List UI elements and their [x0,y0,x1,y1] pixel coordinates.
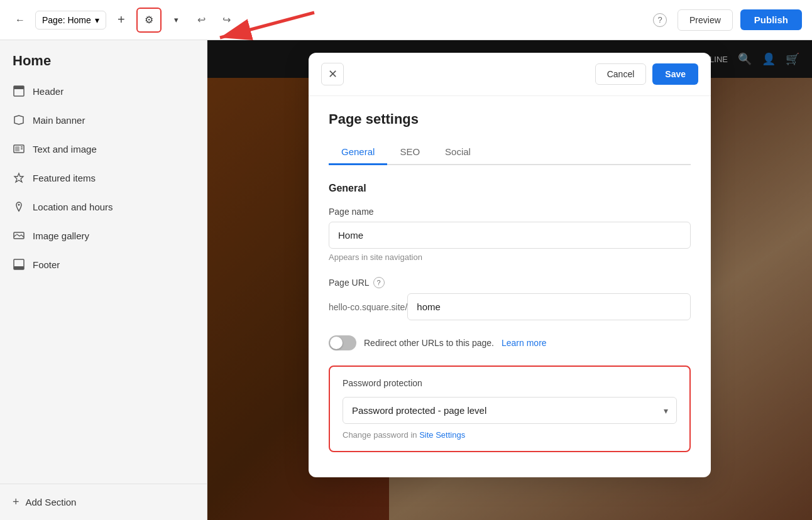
publish-button[interactable]: Publish [740,9,802,30]
page-dropdown-icon: ▾ [95,15,99,25]
svg-point-11 [16,234,17,236]
modal-title: Page settings [329,111,691,127]
back-icon: ← [15,14,25,26]
url-label-row: Page URL ? [329,277,691,288]
cancel-label: Cancel [607,69,635,79]
add-section-item[interactable]: + Add Section [0,484,207,520]
modal-header: ✕ Cancel Save [309,53,711,96]
url-input-row: hello-co.square.site/ [329,293,691,320]
featured-items-icon [13,172,25,183]
password-dropdown[interactable]: Password protected - page level [343,397,677,424]
modal-body: Page settings General SEO Social [309,96,711,477]
modal-close-button[interactable]: ✕ [321,63,344,85]
general-section-title: General [329,183,691,194]
url-input[interactable] [407,293,691,320]
tab-general-label: General [341,146,375,157]
sidebar-item-location-and-hours-label: Location and hours [33,202,113,212]
text-image-icon [13,143,25,154]
url-help-button[interactable]: ? [373,277,385,288]
main-layout: Home Header Main banner Text and image F… [0,40,812,520]
sidebar-item-text-and-image[interactable]: Text and image [0,134,207,163]
password-hint-text: Change password in [343,430,417,440]
password-protection-box: Password protection Password protected -… [329,366,691,452]
site-settings-link[interactable]: Site Settings [419,430,465,440]
page-name-input[interactable] [329,222,691,249]
svg-rect-3 [14,86,24,89]
svg-rect-5 [15,146,19,151]
close-icon: ✕ [328,67,337,81]
sidebar-item-featured-items-label: Featured items [33,173,96,183]
preview-button[interactable]: Preview [678,9,733,31]
sidebar: Home Header Main banner Text and image F… [0,40,207,520]
password-select-wrapper: Password protected - page level ▾ [343,397,677,424]
modal-actions: Cancel Save [595,63,698,85]
help-icon: ? [653,13,667,27]
footer-icon [13,259,25,270]
toolbar: ← Page: Home ▾ + ⚙ ▾ ↩ ↪ ? Preview Publi… [0,0,812,40]
add-section-plus-icon: + [13,496,19,509]
settings-dropdown-button[interactable]: ▾ [167,10,187,30]
settings-button[interactable]: ⚙ [136,8,162,33]
tab-social-label: Social [445,146,471,157]
url-prefix: hello-co.square.site/ [329,302,407,312]
redo-button[interactable]: ↪ [217,10,237,30]
password-protection-title: Password protection [343,378,677,388]
preview-label: Preview [689,15,721,25]
password-hint: Change password in Site Settings [343,430,677,440]
redirect-toggle-row: Redirect other URLs to this page. Learn … [329,335,691,350]
main-banner-icon [13,114,25,126]
add-section-button[interactable]: + [111,10,131,30]
page-name-hint: Appears in site navigation [329,252,691,262]
tab-seo[interactable]: SEO [387,140,432,165]
redo-icon: ↪ [222,14,231,26]
toolbar-right: ? Preview Publish [650,9,802,31]
sidebar-item-footer[interactable]: Footer [0,250,207,279]
cancel-button[interactable]: Cancel [595,63,647,85]
redirect-label: Redirect other URLs to this page. [364,338,494,348]
add-icon: + [118,13,125,27]
url-help-icon: ? [377,279,381,286]
svg-rect-13 [14,266,24,269]
page-url-group: Page URL ? hello-co.square.site/ [329,277,691,320]
svg-point-9 [18,204,20,206]
sidebar-item-header-label: Header [33,86,63,97]
svg-marker-8 [14,173,23,182]
sidebar-title: Home [0,40,207,77]
sidebar-item-text-and-image-label: Text and image [33,144,97,154]
redirect-learn-more-link[interactable]: Learn more [502,338,547,348]
tab-social[interactable]: Social [432,140,483,165]
sidebar-item-image-gallery-label: Image gallery [33,230,89,241]
settings-dropdown-icon: ▾ [174,15,178,24]
save-label: Save [665,69,686,79]
header-icon [13,85,25,97]
publish-label: Publish [754,14,788,25]
page-selector-label: Page: Home [42,15,91,25]
add-section-label: Add Section [26,497,77,507]
modal-overlay: ✕ Cancel Save Page settings [207,40,812,520]
location-icon [13,201,25,212]
undo-icon: ↩ [197,14,206,26]
sidebar-item-main-banner-label: Main banner [33,115,85,126]
sidebar-item-main-banner[interactable]: Main banner [0,106,207,134]
toolbar-left: ← Page: Home ▾ + ⚙ ▾ ↩ ↪ [10,8,645,33]
toggle-knob [330,337,343,349]
sidebar-item-location-and-hours[interactable]: Location and hours [0,192,207,221]
content-area: R ONLINE 🔍 👤 🛒 ✕ [207,40,812,520]
modal-tabs: General SEO Social [329,140,691,165]
image-gallery-icon [13,230,25,241]
sidebar-item-image-gallery[interactable]: Image gallery [0,221,207,250]
sidebar-item-featured-items[interactable]: Featured items [0,163,207,192]
sidebar-item-footer-label: Footer [33,259,60,270]
sidebar-item-header[interactable]: Header [0,77,207,106]
page-name-group: Page name Appears in site navigation [329,207,691,262]
tab-general[interactable]: General [329,140,387,165]
tab-seo-label: SEO [400,146,420,157]
help-button[interactable]: ? [650,10,670,30]
settings-icon: ⚙ [145,14,153,26]
undo-button[interactable]: ↩ [192,10,212,30]
back-button[interactable]: ← [10,10,30,30]
save-button[interactable]: Save [652,63,698,85]
redirect-toggle[interactable] [329,335,356,350]
page-settings-modal: ✕ Cancel Save Page settings [309,53,711,477]
page-selector[interactable]: Page: Home ▾ [35,11,106,30]
